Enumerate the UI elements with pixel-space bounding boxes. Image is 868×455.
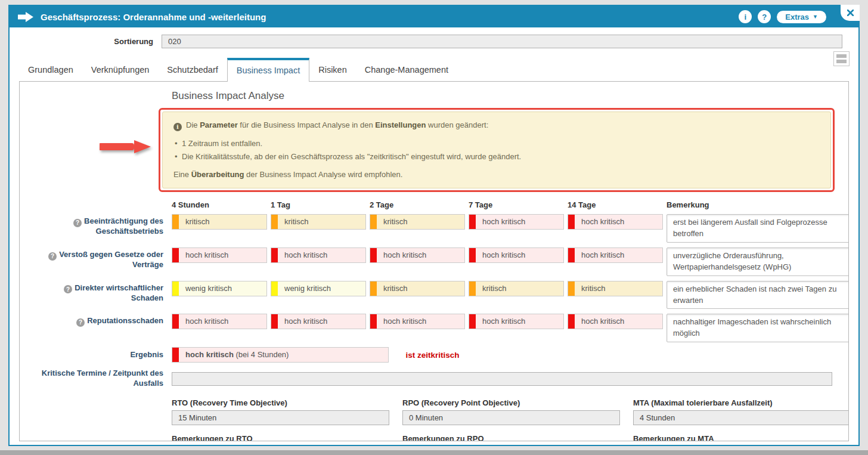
desktop-background: Geschäftsprozess: Orderannahme und -weit…: [0, 0, 868, 455]
table-row: ?Beeinträchtigung des Geschäftsbetriebs …: [20, 214, 848, 243]
bemerkung-field[interactable]: erst bei längerem Ausfall sind Folgeproz…: [666, 214, 849, 243]
annotation-highlight-box: i Die Parameter für die Business Impact …: [159, 108, 835, 192]
notice-bullet-list: 1 Zeitraum ist entfallen. Die Kritikalit…: [173, 138, 820, 163]
sortierung-label: Sortierung: [10, 37, 162, 46]
recovery-section: RTO (Recovery Time Objective) Bemerkunge…: [172, 398, 832, 441]
mta-note-label: Bemerkungen zu MTA: [633, 434, 849, 441]
kritische-termine-label: Kritische Termine / Zeitpunkt des Ausfal…: [20, 369, 172, 389]
impact-cell[interactable]: kritisch: [370, 214, 465, 230]
tab-change-management[interactable]: Change-Management: [356, 58, 457, 81]
impact-cell[interactable]: hoch kritisch: [271, 247, 366, 263]
tab-verknuepfungen[interactable]: Verknüpfungen: [82, 58, 159, 81]
tab-content-panel: Business Impact Analyse i Die Parameter: [19, 81, 849, 441]
tab-bar: Grundlagen Verknüpfungen Schutzbedarf Bu…: [19, 58, 849, 81]
notice-bullet: Die Kritikalitätsstufe, ab der ein Gesch…: [173, 151, 820, 163]
rpo-label: RPO (Recovery Point Objective): [402, 398, 620, 407]
ergebnis-value-box: hoch kritisch (bei 4 Stunden): [172, 347, 389, 363]
impact-cell[interactable]: hoch kritisch: [469, 214, 564, 230]
bemerkung-field[interactable]: ein erheblicher Schaden ist nach zwei Ta…: [666, 281, 849, 309]
notice-bullet: 1 Zeitraum ist entfallen.: [173, 138, 820, 150]
impact-cell[interactable]: wenig kritisch: [172, 281, 267, 296]
rto-note-label: Bemerkungen zu RTO: [172, 434, 389, 441]
bemerkung-field[interactable]: nachhaltiger Imageschaden ist wahrschein…: [666, 314, 849, 342]
form-header: Sortierung Grundlagen Verknüpfungen Schu…: [10, 27, 858, 81]
column-header: 4 Stunden: [172, 200, 267, 209]
tab-grundlagen[interactable]: Grundlagen: [19, 58, 82, 81]
mta-label: MTA (Maximal tolerierbare Ausfallzeit): [633, 398, 849, 407]
impact-cell[interactable]: kritisch: [469, 281, 564, 296]
rpo-note-label: Bemerkungen zu RPO: [402, 434, 620, 441]
help-icon[interactable]: ?: [64, 285, 72, 293]
kritische-termine-input[interactable]: [172, 372, 832, 386]
impact-cell[interactable]: hoch kritisch: [172, 247, 267, 263]
app-window: Geschäftsprozess: Orderannahme und -weit…: [8, 5, 860, 446]
impact-cell[interactable]: hoch kritisch: [271, 314, 366, 329]
help-icon[interactable]: ?: [48, 252, 57, 261]
ergebnis-label: Ergebnis: [20, 350, 172, 360]
impact-cell[interactable]: kritisch: [271, 214, 366, 230]
column-header: 1 Tag: [271, 200, 366, 209]
row-label-wirtschaftlicher-schaden: ?Direkter wirtschaftlicher Schaden: [20, 281, 172, 304]
impact-cell[interactable]: hoch kritisch: [469, 314, 564, 329]
column-header: 14 Tage: [568, 200, 663, 209]
rto-label: RTO (Recovery Time Objective): [172, 398, 389, 407]
section-heading: Business Impact Analyse: [172, 90, 832, 102]
column-header: Bemerkung: [666, 200, 849, 209]
help-icon[interactable]: ?: [73, 219, 82, 227]
info-icon: i: [173, 123, 182, 131]
impact-cell[interactable]: kritisch: [568, 281, 663, 296]
table-row: ?Verstoß gegen Gesetze oder Verträge hoc…: [20, 247, 848, 276]
impact-cell[interactable]: kritisch: [370, 281, 465, 296]
titlebar: Geschäftsprozess: Orderannahme und -weit…: [10, 6, 858, 27]
extras-button[interactable]: Extras▼: [777, 11, 826, 23]
help-icon[interactable]: ?: [76, 318, 85, 327]
impact-cell[interactable]: hoch kritisch: [568, 314, 663, 329]
impact-cell[interactable]: kritisch: [172, 214, 267, 230]
window-title: Geschäftsprozess: Orderannahme und -weit…: [41, 12, 266, 22]
close-button[interactable]: [841, 5, 860, 21]
bia-change-notice: i Die Parameter für die Business Impact …: [162, 112, 831, 188]
tab-business-impact[interactable]: Business Impact: [227, 58, 309, 82]
column-header: 2 Tage: [370, 200, 465, 209]
close-icon: [847, 10, 854, 16]
impact-cell[interactable]: hoch kritisch: [172, 314, 267, 329]
help-button[interactable]: ?: [758, 10, 771, 23]
impact-cell[interactable]: hoch kritisch: [469, 247, 564, 263]
mta-input[interactable]: [633, 410, 849, 425]
impact-cell[interactable]: wenig kritisch: [271, 281, 366, 296]
info-button[interactable]: i: [739, 10, 752, 23]
annotation-arrow-icon: [100, 136, 152, 157]
table-row: ?Reputationsschaden hoch kritisch hoch k…: [20, 314, 848, 342]
sortierung-input[interactable]: [162, 35, 842, 48]
impact-cell[interactable]: hoch kritisch: [568, 247, 663, 263]
zeitkritisch-flag: ist zeitkritisch: [405, 351, 459, 360]
impact-cell[interactable]: hoch kritisch: [370, 314, 465, 329]
chevron-down-icon: ▼: [813, 14, 818, 20]
rto-input[interactable]: [172, 410, 389, 425]
row-label-verstoss: ?Verstoß gegen Gesetze oder Verträge: [20, 247, 172, 270]
impact-column-headers: 4 Stunden 1 Tag 2 Tage 7 Tage 14 Tage Be…: [172, 200, 832, 209]
table-row: ?Direkter wirtschaftlicher Schaden wenig…: [20, 281, 848, 309]
impact-cell[interactable]: hoch kritisch: [370, 247, 465, 263]
tab-risiken[interactable]: Risiken: [309, 58, 356, 81]
row-label-beeintraechtigung: ?Beeinträchtigung des Geschäftsbetriebs: [20, 214, 172, 237]
impact-cell[interactable]: hoch kritisch: [568, 214, 663, 230]
rpo-input[interactable]: [402, 410, 620, 425]
tab-schutzbedarf[interactable]: Schutzbedarf: [158, 58, 227, 81]
column-header: 7 Tage: [469, 200, 564, 209]
extras-label: Extras: [785, 13, 809, 21]
process-arrow-icon: [18, 12, 33, 22]
notice-intro-text: Die Parameter für die Business Impact An…: [186, 120, 488, 131]
row-label-reputationsschaden: ?Reputationsschaden: [20, 314, 172, 326]
bemerkung-field[interactable]: unverzügliche Orderausführung, Wertpapie…: [666, 247, 849, 276]
notice-footer-text: Eine Überarbeitung der Business Impact A…: [173, 169, 820, 181]
